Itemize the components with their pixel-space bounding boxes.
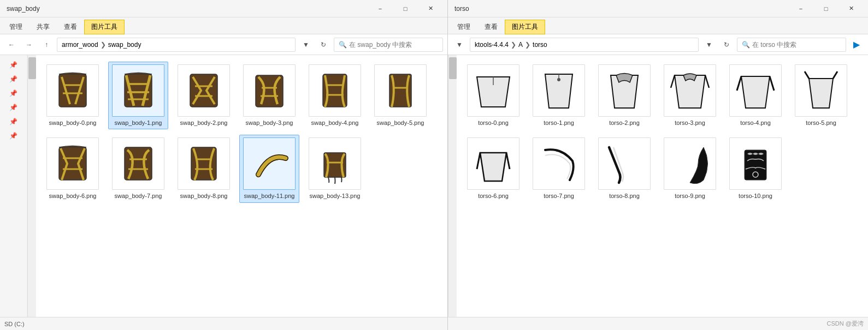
right-breadcrumb[interactable]: ktools-4.4.4 ❯ A ❯ torso [470, 38, 699, 52]
right-scroll-track[interactable] [448, 55, 457, 317]
file-item-sb3[interactable]: swap_body-3.png [239, 62, 299, 129]
file-thumb-sb6 [46, 137, 99, 190]
left-pin-3[interactable]: 📌 [8, 88, 19, 99]
file-item-t8[interactable]: torso-8.png [594, 135, 654, 202]
right-scroll-thumb[interactable] [449, 57, 457, 79]
file-thumb-t4 [729, 64, 782, 117]
file-preview-sb1 [116, 69, 160, 112]
left-refresh-button[interactable]: ↻ [316, 38, 330, 52]
file-preview-t10 [734, 142, 777, 185]
file-thumb-sb0 [46, 64, 99, 117]
file-item-t6[interactable]: torso-6.png [463, 135, 523, 202]
file-item-t10[interactable]: torso-10.png [725, 135, 786, 202]
left-scroll-thumb[interactable] [28, 57, 36, 79]
left-close-button[interactable]: ✕ [418, 0, 443, 17]
file-item-t7[interactable]: torso-7.png [529, 135, 589, 202]
file-item-sb6[interactable]: swap_body-6.png [43, 135, 103, 202]
left-breadcrumb-part2: swap_body [108, 41, 141, 49]
left-status-text: SD (C:) [4, 321, 25, 327]
file-item-t4[interactable]: torso-4.png [725, 62, 786, 129]
left-status-bar: SD (C:) [0, 317, 447, 330]
file-thumb-sb1 [112, 64, 164, 117]
right-close-button[interactable]: ✕ [839, 0, 864, 17]
file-item-sb1[interactable]: swap_body-1.png [108, 62, 168, 129]
right-extra-button[interactable]: ▶ [849, 38, 864, 52]
right-refresh-button[interactable]: ↻ [719, 38, 734, 52]
file-item-t1[interactable]: torso-1.png [529, 62, 589, 129]
right-breadcrumb-dropdown[interactable]: ▼ [452, 38, 467, 52]
left-tab-manage[interactable]: 管理 [2, 20, 29, 34]
file-name-t3: torso-3.png [675, 119, 705, 127]
file-item-t0[interactable]: torso-0.png [463, 62, 523, 129]
file-item-sb0[interactable]: swap_body-0.png [43, 62, 103, 129]
file-preview-t4 [734, 69, 777, 112]
right-window-title: torso [454, 5, 469, 13]
right-breadcrumb-sep2: ❯ [525, 41, 530, 49]
file-name-t1: torso-1.png [544, 119, 574, 127]
left-pin-6[interactable]: 📌 [8, 130, 19, 141]
right-tab-view[interactable]: 查看 [477, 20, 505, 34]
left-pin-2[interactable]: 📌 [8, 74, 19, 85]
left-tab-share[interactable]: 共享 [29, 20, 57, 34]
left-breadcrumb[interactable]: armor_wood ❯ swap_body [57, 38, 296, 52]
left-file-grid: swap_body-0.png swap_body-1.png [36, 55, 447, 317]
file-item-t2[interactable]: torso-2.png [594, 62, 654, 129]
left-back-button[interactable]: ← [4, 38, 19, 52]
file-item-t9[interactable]: torso-9.png [660, 135, 720, 202]
file-thumb-t9 [664, 137, 716, 190]
right-breadcrumb-sep1: ❯ [511, 41, 516, 49]
file-thumb-sb2 [178, 64, 230, 117]
file-item-t5[interactable]: torso-5.png [791, 62, 851, 129]
left-breadcrumb-part1: armor_wood [62, 41, 98, 49]
file-item-sb7[interactable]: swap_body-7.png [108, 135, 168, 202]
left-minimize-button[interactable]: − [368, 0, 393, 17]
left-maximize-button[interactable]: □ [393, 0, 418, 17]
file-item-sb4[interactable]: swap_body-4.png [305, 62, 365, 129]
left-address-bar: ← → ↑ armor_wood ❯ swap_body ▼ ↻ 🔍 [0, 34, 447, 55]
right-minimize-button[interactable]: − [788, 0, 813, 17]
file-item-sb13[interactable]: swap_body-13.png [305, 135, 365, 202]
right-maximize-button[interactable]: □ [813, 0, 839, 17]
left-window-title: swap_body [7, 5, 40, 13]
file-thumb-t2 [598, 64, 651, 117]
right-tab-picture-tools[interactable]: 图片工具 [505, 20, 545, 34]
file-preview-sb6 [51, 142, 95, 185]
file-thumb-t7 [533, 137, 585, 190]
file-thumb-t8 [598, 137, 651, 190]
file-name-t4: torso-4.png [740, 119, 771, 127]
left-up-button[interactable]: ↑ [39, 38, 54, 52]
file-preview-t7 [537, 142, 581, 185]
file-item-sb8[interactable]: swap_body-8.png [174, 135, 234, 202]
left-search-input[interactable] [349, 41, 438, 49]
right-search-input[interactable] [752, 41, 841, 49]
right-search-box[interactable]: 🔍 [737, 38, 846, 52]
file-item-sb2[interactable]: swap_body-2.png [174, 62, 234, 129]
svg-line-41 [833, 71, 837, 79]
file-item-sb11[interactable]: swap_body-11.png [239, 135, 299, 202]
left-pin-1[interactable]: 📌 [8, 59, 19, 70]
left-tab-picture-tools[interactable]: 图片工具 [84, 20, 125, 34]
right-file-area: torso-0.png torso-1.png [448, 55, 868, 317]
left-ribbon: 管理 共享 查看 图片工具 [0, 17, 447, 34]
right-title-bar: torso − □ ✕ [448, 0, 868, 17]
file-thumb-sb13 [309, 137, 361, 190]
left-forward-button[interactable]: → [22, 38, 36, 52]
file-item-t3[interactable]: torso-3.png [660, 62, 720, 129]
file-preview-t5 [799, 69, 843, 112]
left-search-box[interactable]: 🔍 [334, 38, 443, 52]
left-scroll-track[interactable] [27, 55, 36, 317]
file-thumb-sb11 [243, 137, 296, 190]
left-pin-5[interactable]: 📌 [8, 116, 19, 127]
left-pin-4[interactable]: 📌 [8, 102, 19, 113]
right-status-bar: CSDN @爱湾 [448, 317, 868, 330]
file-item-sb5[interactable]: swap_body-5.png [370, 62, 430, 129]
left-breadcrumb-dropdown[interactable]: ▼ [299, 38, 313, 52]
right-breadcrumb-part2: A [518, 41, 523, 49]
file-preview-sb4 [313, 69, 357, 112]
left-window: swap_body − □ ✕ 管理 共享 查看 图片工具 ← → ↑ armo… [0, 0, 448, 330]
watermark-text: CSDN @爱湾 [827, 320, 864, 328]
right-tab-manage[interactable]: 管理 [450, 20, 477, 34]
left-tab-view[interactable]: 查看 [57, 20, 84, 34]
right-dropdown-btn[interactable]: ▼ [702, 38, 716, 52]
file-preview-sb0 [51, 69, 95, 112]
